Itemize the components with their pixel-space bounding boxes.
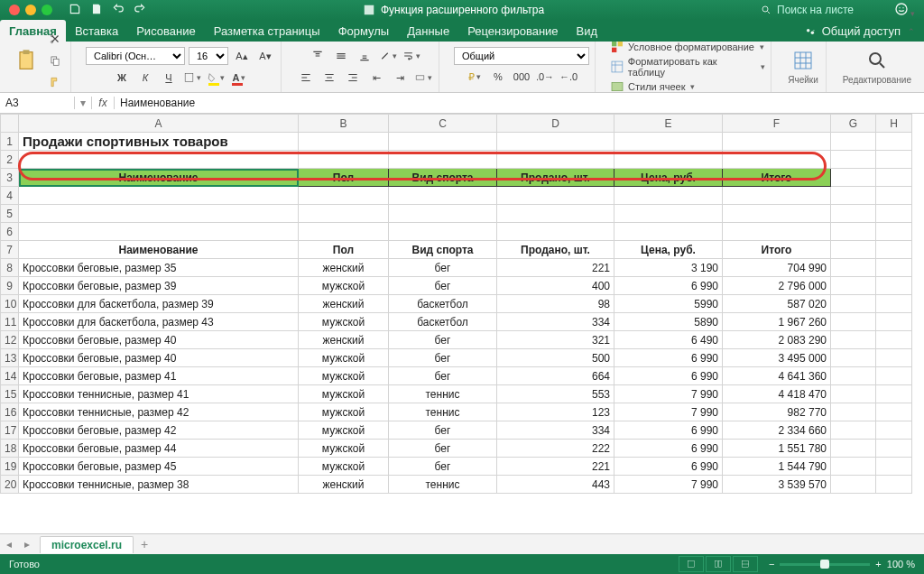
cell[interactable]: бег — [389, 421, 497, 440]
cell[interactable] — [389, 133, 497, 151]
cell[interactable]: 6 490 — [614, 331, 723, 349]
cell[interactable] — [497, 187, 614, 205]
name-box[interactable]: A3 — [0, 97, 75, 109]
select-all-corner[interactable] — [1, 115, 19, 133]
font-size-select[interactable]: 16 — [189, 47, 228, 65]
zoom-in-button[interactable]: + — [875, 559, 881, 569]
decrease-font-icon[interactable]: A▾ — [255, 46, 275, 66]
cell[interactable]: 5890 — [614, 313, 723, 331]
cell[interactable]: 7 990 — [614, 403, 723, 421]
sheet-tab[interactable]: microexcel.ru — [40, 536, 134, 553]
formula-input[interactable]: Наименование — [115, 97, 924, 109]
cell[interactable]: 221 — [497, 259, 614, 277]
cell[interactable]: Кроссовки для баскетбола, размер 43 — [19, 313, 299, 331]
zoom-out-button[interactable]: − — [769, 559, 774, 569]
cell[interactable] — [876, 313, 912, 331]
cell[interactable] — [497, 151, 614, 169]
cell[interactable]: мужской — [299, 440, 389, 458]
cell[interactable] — [876, 476, 912, 494]
cell[interactable] — [831, 205, 876, 223]
cell[interactable]: 1 544 790 — [723, 458, 831, 476]
cell[interactable]: 1 967 260 — [723, 313, 831, 331]
cell[interactable]: теннис — [389, 385, 497, 403]
cell[interactable]: женский — [299, 476, 389, 494]
align-middle-icon[interactable] — [331, 46, 351, 66]
cell[interactable] — [614, 223, 723, 241]
cell[interactable] — [831, 259, 876, 277]
row-header[interactable]: 7 — [1, 241, 19, 259]
cell[interactable] — [831, 458, 876, 476]
copy-icon[interactable] — [45, 51, 65, 70]
cell[interactable]: Кроссовки теннисные, размер 42 — [19, 403, 299, 421]
cell[interactable]: Кроссовки для баскетбола, размер 39 — [19, 295, 299, 313]
cell[interactable] — [876, 133, 912, 151]
cell[interactable] — [876, 205, 912, 223]
cell[interactable] — [876, 421, 912, 440]
cell[interactable]: 4 641 360 — [723, 367, 831, 385]
cell[interactable] — [389, 151, 497, 169]
cell[interactable]: Кроссовки теннисные, размер 41 — [19, 385, 299, 403]
fill-color-icon[interactable]: ▾ — [206, 68, 226, 88]
tab-вид[interactable]: Вид — [568, 20, 607, 42]
number-format-select[interactable]: Общий — [454, 47, 589, 65]
cell[interactable] — [876, 367, 912, 385]
cell[interactable]: 221 — [497, 458, 614, 476]
cell[interactable]: Цена, руб. — [614, 241, 723, 259]
comma-style-icon[interactable]: 000 — [512, 67, 531, 87]
cell[interactable]: 664 — [497, 367, 614, 385]
cell[interactable] — [19, 205, 299, 223]
cell[interactable]: Наименование — [19, 169, 299, 187]
row-header[interactable]: 8 — [1, 259, 19, 277]
decrease-indent-icon[interactable]: ⇤ — [366, 68, 386, 88]
cell[interactable]: 7 990 — [614, 476, 723, 494]
zoom-slider[interactable] — [780, 563, 870, 566]
cell[interactable]: 2 083 290 — [723, 331, 831, 349]
cell[interactable] — [876, 223, 912, 241]
col-header-G[interactable]: G — [831, 115, 876, 133]
cell[interactable]: 6 990 — [614, 440, 723, 458]
save-icon[interactable] — [90, 3, 103, 18]
percent-icon[interactable]: % — [488, 67, 508, 87]
col-header-D[interactable]: D — [497, 115, 614, 133]
cell[interactable]: бег — [389, 349, 497, 367]
cell[interactable]: женский — [299, 295, 389, 313]
row-header[interactable]: 19 — [1, 458, 19, 476]
format-painter-icon[interactable] — [45, 72, 65, 92]
cell[interactable] — [614, 151, 723, 169]
orientation-icon[interactable]: ▾ — [378, 46, 398, 66]
row-header[interactable]: 3 — [1, 169, 19, 187]
cell[interactable]: бег — [389, 367, 497, 385]
cell[interactable]: 3 190 — [614, 259, 723, 277]
bold-icon[interactable]: Ж — [112, 68, 132, 88]
cell[interactable] — [831, 151, 876, 169]
cell[interactable]: 6 990 — [614, 458, 723, 476]
col-header-F[interactable]: F — [723, 115, 831, 133]
cell[interactable] — [831, 440, 876, 458]
align-top-icon[interactable] — [308, 46, 328, 66]
cell[interactable]: мужской — [299, 313, 389, 331]
cell[interactable] — [831, 133, 876, 151]
name-box-dropdown[interactable]: ▾ — [75, 97, 92, 109]
row-header[interactable]: 12 — [1, 331, 19, 349]
increase-font-icon[interactable]: A▴ — [232, 46, 252, 66]
cell[interactable]: 4 418 470 — [723, 385, 831, 403]
close-window-button[interactable] — [9, 5, 20, 15]
add-sheet-button[interactable]: + — [134, 537, 155, 551]
row-header[interactable]: 2 — [1, 151, 19, 169]
italic-icon[interactable]: К — [135, 68, 155, 88]
cell[interactable] — [19, 223, 299, 241]
cell[interactable]: 6 990 — [614, 349, 723, 367]
row-header[interactable]: 13 — [1, 349, 19, 367]
cell[interactable]: Кроссовки беговые, размер 39 — [19, 277, 299, 295]
cell[interactable]: мужской — [299, 403, 389, 421]
cell[interactable]: мужской — [299, 367, 389, 385]
cell[interactable] — [723, 187, 831, 205]
cell[interactable] — [831, 385, 876, 403]
row-header[interactable]: 4 — [1, 187, 19, 205]
feedback-icon[interactable]: ▾ — [885, 2, 924, 19]
cell[interactable]: Продано, шт. — [497, 241, 614, 259]
cell[interactable]: бег — [389, 277, 497, 295]
cell[interactable] — [389, 205, 497, 223]
cell[interactable]: Продажи спортивных товаров — [19, 133, 299, 151]
col-header-H[interactable]: H — [876, 115, 912, 133]
